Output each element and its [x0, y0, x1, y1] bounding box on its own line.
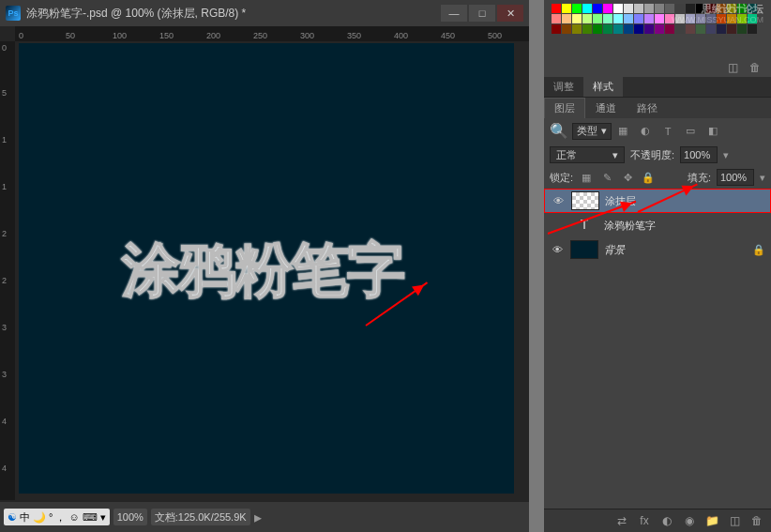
tab-styles[interactable]: 样式 [583, 77, 623, 97]
blend-mode-select[interactable]: 正常 ▾ [550, 146, 625, 163]
swatch[interactable] [717, 24, 726, 34]
swatch[interactable] [562, 14, 571, 23]
swatch[interactable] [613, 24, 623, 34]
swatch[interactable] [624, 14, 633, 23]
swatch[interactable] [644, 14, 654, 23]
chevron-down-icon[interactable]: ▾ [760, 172, 765, 184]
swatch[interactable] [624, 4, 633, 13]
filter-smart-icon[interactable]: ◧ [705, 124, 720, 139]
link-layers-button[interactable]: ⇄ [613, 513, 630, 528]
swatch[interactable] [655, 24, 664, 34]
lock-all-icon[interactable]: 🔒 [641, 170, 656, 185]
group-button[interactable]: 📁 [703, 513, 720, 528]
lock-transparent-icon[interactable]: ▦ [579, 170, 594, 185]
canvas-area[interactable]: 涂鸦粉笔字 [15, 41, 529, 500]
swatch[interactable] [593, 24, 602, 34]
swatch[interactable] [552, 14, 561, 23]
swatch[interactable] [655, 4, 664, 13]
swatch[interactable] [613, 4, 623, 13]
swatch[interactable] [582, 4, 592, 13]
swatch[interactable] [675, 24, 685, 34]
filter-pixel-icon[interactable]: ▦ [615, 124, 630, 139]
swatch[interactable] [582, 14, 592, 23]
swatch[interactable] [634, 24, 643, 34]
close-button[interactable]: ✕ [497, 5, 523, 22]
panel-tabs-layers: 图层 通道 路径 [544, 98, 771, 118]
layer-row-background[interactable]: 👁 背景 🔒 [544, 237, 771, 262]
statusbar: ☯ 中 🌙 ° ， ☺ ⌨ ▾ 100% 文档:125.0K/255.9K ▸ [0, 502, 529, 532]
swatch[interactable] [686, 24, 695, 34]
swatch[interactable] [624, 24, 633, 34]
swatch[interactable] [655, 14, 664, 23]
opacity-input[interactable]: 100% [680, 146, 718, 163]
layer-filter-row: 🔍 类型 ▾ ▦ ◐ T ▭ ◧ [544, 118, 771, 144]
swatch[interactable] [727, 24, 736, 34]
swatch[interactable] [572, 14, 582, 23]
swatches-panel: 思缘设计论坛 WWW.MISSYUAN.COM [544, 0, 771, 58]
canvas[interactable]: 涂鸦粉笔字 [19, 43, 514, 494]
swatch[interactable] [737, 24, 747, 34]
swatch[interactable] [572, 24, 582, 34]
layer-name[interactable]: 背景 [604, 243, 747, 257]
filter-type-select[interactable]: 类型 ▾ [572, 123, 612, 140]
lock-position-icon[interactable]: ✥ [620, 170, 635, 185]
layer-style-button[interactable]: fx [636, 513, 653, 528]
chevron-down-icon[interactable]: ▾ [723, 149, 729, 161]
swatch[interactable] [748, 24, 757, 34]
status-arrow-icon[interactable]: ▸ [254, 509, 262, 526]
adjustment-layer-button[interactable]: ◉ [681, 513, 698, 528]
lock-pixels-icon[interactable]: ✎ [599, 170, 614, 185]
new-layer-button[interactable]: ◫ [726, 513, 743, 528]
filter-text-icon[interactable]: T [660, 124, 675, 139]
swatch[interactable] [552, 24, 561, 34]
swatch[interactable] [552, 4, 561, 13]
visibility-toggle[interactable]: 👁 [550, 242, 565, 257]
swatch[interactable] [603, 14, 612, 23]
layer-name[interactable]: 涂鸦粉笔字 [604, 219, 765, 233]
swatch[interactable] [634, 4, 643, 13]
zoom-level[interactable]: 100% [113, 509, 147, 525]
lock-row: 锁定: ▦ ✎ ✥ 🔒 填充: 100% ▾ [544, 166, 771, 189]
maximize-button[interactable]: □ [469, 5, 495, 22]
minimize-button[interactable]: — [441, 5, 467, 22]
layer-thumbnail[interactable] [571, 191, 599, 210]
swatch[interactable] [593, 14, 602, 23]
swatch[interactable] [665, 4, 674, 13]
delete-swatch-button[interactable]: 🗑 [747, 60, 763, 75]
swatch[interactable] [696, 24, 705, 34]
filter-shape-icon[interactable]: ▭ [683, 124, 698, 139]
search-icon[interactable]: 🔍 [550, 122, 568, 140]
lock-icon: 🔒 [752, 244, 765, 256]
swatch[interactable] [562, 4, 571, 13]
ime-toolbar[interactable]: ☯ 中 🌙 ° ， ☺ ⌨ ▾ [4, 509, 110, 525]
swatch[interactable] [686, 4, 695, 13]
swatch[interactable] [665, 24, 674, 34]
swatch[interactable] [706, 24, 716, 34]
tab-paths[interactable]: 路径 [627, 98, 668, 118]
swatch[interactable] [582, 24, 592, 34]
layer-mask-button[interactable]: ◐ [658, 513, 675, 528]
visibility-toggle[interactable]: 👁 [551, 193, 566, 208]
layer-row-text[interactable]: T 涂鸦粉笔字 [544, 213, 771, 237]
swatch[interactable] [613, 14, 623, 23]
fill-input[interactable]: 100% [717, 169, 754, 186]
tab-adjustments[interactable]: 调整 [544, 77, 583, 97]
tab-channels[interactable]: 通道 [585, 98, 627, 118]
layer-thumbnail-bg[interactable] [570, 240, 598, 259]
doc-size[interactable]: 文档:125.0K/255.9K [151, 509, 250, 525]
swatch[interactable] [644, 4, 654, 13]
tab-layers[interactable]: 图层 [544, 98, 585, 118]
swatch[interactable] [603, 24, 612, 34]
swatch[interactable] [644, 24, 654, 34]
layer-list: 👁 涂抹层 T 涂鸦粉笔字 👁 背景 🔒 [544, 189, 771, 509]
swatch[interactable] [675, 4, 685, 13]
delete-layer-button[interactable]: 🗑 [748, 513, 765, 528]
filter-adjust-icon[interactable]: ◐ [638, 124, 653, 139]
new-swatch-button[interactable]: ◫ [724, 60, 741, 75]
swatch[interactable] [603, 4, 612, 13]
swatch[interactable] [562, 24, 571, 34]
swatch[interactable] [634, 14, 643, 23]
swatch[interactable] [572, 4, 582, 13]
swatch[interactable] [593, 4, 602, 13]
watermark-text: 思缘设计论坛 [702, 2, 763, 16]
